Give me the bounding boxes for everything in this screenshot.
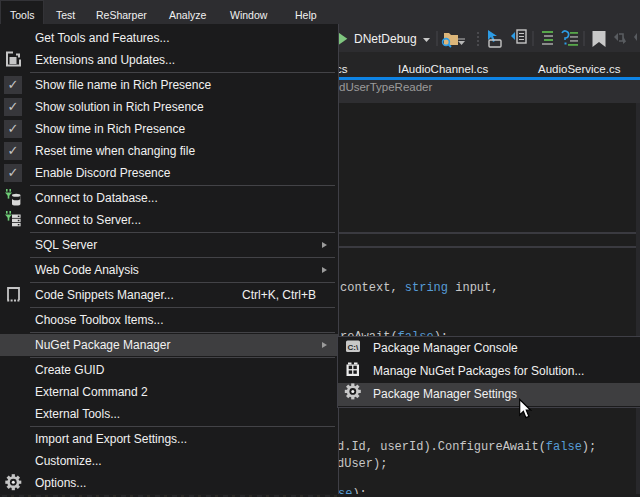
svg-text:DNetDebug: DNetDebug <box>354 32 417 46</box>
svg-text:C:\: C:\ <box>348 343 359 352</box>
